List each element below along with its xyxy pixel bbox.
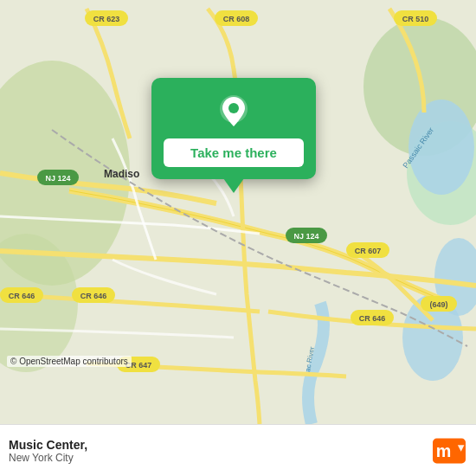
location-pin-icon <box>215 93 252 130</box>
location-info: Music Center, New York City <box>9 438 87 464</box>
svg-point-34 <box>228 103 239 113</box>
bottom-bar: Music Center, New York City m <box>0 424 476 476</box>
moovit-logo-icon: m <box>433 434 466 467</box>
svg-text:CR 510: CR 510 <box>402 15 429 23</box>
svg-text:CR 607: CR 607 <box>355 247 382 255</box>
svg-text:CR 608: CR 608 <box>223 15 250 23</box>
osm-credit: © OpenStreetMap contributors <box>7 356 132 367</box>
svg-text:CR 646: CR 646 <box>359 314 386 323</box>
popup-card: Take me there <box>151 78 316 179</box>
location-name: Music Center, <box>9 438 87 452</box>
svg-text:CR 646: CR 646 <box>9 292 35 300</box>
map-area: CR 623 CR 608 CR 510 NJ 124 NJ 124 CR 64… <box>0 0 476 424</box>
take-me-there-button[interactable]: Take me there <box>164 138 304 167</box>
location-sub-text: New York City <box>9 452 87 464</box>
svg-text:NJ 124: NJ 124 <box>293 232 318 241</box>
svg-text:CR 623: CR 623 <box>93 15 120 23</box>
svg-text:CR 646: CR 646 <box>80 292 107 300</box>
svg-text:m: m <box>436 441 452 460</box>
svg-text:Madiso: Madiso <box>104 168 139 180</box>
moovit-logo: m <box>433 434 466 467</box>
svg-text:(649): (649) <box>429 300 447 309</box>
svg-text:NJ 124: NJ 124 <box>45 174 70 183</box>
